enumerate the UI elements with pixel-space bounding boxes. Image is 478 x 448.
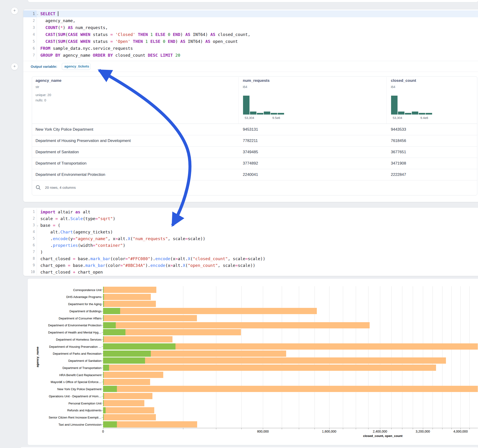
cell-divider <box>23 61 478 61</box>
cell-agency-name: Department of Sanitation <box>36 146 79 158</box>
code-line: 5 CAST(SUM(CASE WHEN status = 'Open' THE… <box>23 38 478 45</box>
histogram-bar <box>243 96 250 115</box>
code-line: 5 .encode(y="agency_name", x=alt.X("num_… <box>23 235 478 242</box>
line-number: 5 <box>23 235 37 242</box>
cell-agency-name: New York City Police Department <box>36 124 93 135</box>
code-line: 9chart_open = base.mark_bar(color="#8BC3… <box>23 262 478 269</box>
output-variable-pill[interactable]: agency_tickets <box>62 63 90 70</box>
table-header: agency_namestrunique: 20nulls: 0num_requ… <box>32 76 477 124</box>
text-cursor <box>58 11 58 16</box>
column-stat: nulls: 0 <box>36 98 46 102</box>
column-name: num_requests <box>243 78 270 83</box>
code-line: 1import altair as alt <box>23 209 478 215</box>
column-type: i64 <box>243 85 247 89</box>
table-row: Department of Transportation377489234719… <box>32 158 477 169</box>
code-line: 7GROUP BY agency_name ORDER BY closed_co… <box>23 52 478 59</box>
line-number: 7 <box>23 249 37 255</box>
line-number: 4 <box>23 229 37 235</box>
code-line: 2scale = alt.Scale(type="sqrt") <box>23 215 478 222</box>
fold-chevron-icon: ⌄ <box>37 10 40 17</box>
sql-cell: 1⌄SELECT 2 agency_name,3 COUNT(*) AS num… <box>23 9 478 202</box>
column-name: agency_name <box>36 78 61 83</box>
line-number: 10 <box>23 269 37 275</box>
code-line: 6 .properties(width="container") <box>23 242 478 249</box>
code-line: 7) <box>23 249 478 255</box>
cell-number: 3471908 <box>391 158 406 169</box>
column-type: str <box>36 85 39 89</box>
histogram-max-label: 9.5e6 <box>272 116 280 120</box>
table-row-count: 20 rows, 4 columns <box>45 186 76 190</box>
cell-number: 7782211 <box>243 135 258 146</box>
histogram-min-label: 53,304 <box>393 116 402 120</box>
histogram-bar <box>426 113 432 115</box>
line-number: 9 <box>23 262 37 269</box>
line-number: 6 <box>23 242 37 249</box>
histogram-bar <box>264 112 270 115</box>
line-number: 1 <box>23 209 37 215</box>
add-cell-button-output[interactable]: + <box>11 63 18 70</box>
cell-divider <box>23 72 478 72</box>
histogram-bar <box>257 113 263 115</box>
fold-chevron-icon: ⌄ <box>37 222 40 229</box>
column-separator <box>239 77 239 124</box>
code-line: 1⌄SELECT <box>23 10 478 17</box>
python-cell: 1import altair as alt2scale = alt.Scale(… <box>23 207 478 276</box>
table-row: Department of Housing Preservation and D… <box>32 135 477 147</box>
search-icon[interactable] <box>36 185 41 191</box>
cell-number: 2222847 <box>391 169 406 180</box>
line-number: 3 <box>23 24 37 31</box>
code-line: 4 CAST(SUM(CASE WHEN status = 'Closed' T… <box>23 31 478 38</box>
chart-card <box>27 278 478 445</box>
histogram-min-label: 53,304 <box>245 116 254 120</box>
histogram-bar <box>412 112 418 115</box>
column-name: closed_count <box>391 78 416 83</box>
line-number: 3 <box>23 222 37 229</box>
table-row: Department of Environmental Protection22… <box>32 169 477 180</box>
previous-cell-edge <box>28 0 478 2</box>
histogram-bar <box>271 113 277 115</box>
column-stat: unique: 20 <box>36 93 51 97</box>
code-line: 3⌄base = ( <box>23 222 478 229</box>
line-number: 1 <box>23 10 37 17</box>
line-number: 8 <box>23 255 37 262</box>
code-line: 6FROM sample_data.nyc.service_requests <box>23 45 478 52</box>
histogram-max-label: 9.4e6 <box>420 116 428 120</box>
line-number: 2 <box>23 215 37 222</box>
cell-number: 7618456 <box>391 135 406 146</box>
line-number: 6 <box>23 45 37 52</box>
line-number: 5 <box>23 38 37 45</box>
cell-number: 9443533 <box>391 124 406 135</box>
notebook-page: + + 1⌄SELECT 2 agency_name,3 COUNT(*) AS… <box>0 0 478 448</box>
sql-editor[interactable]: 1⌄SELECT 2 agency_name,3 COUNT(*) AS num… <box>23 10 478 59</box>
histogram-bar <box>278 113 284 115</box>
table-row: New York City Police Department945313194… <box>32 124 477 135</box>
cell-number: 9453131 <box>243 124 258 135</box>
next-cell-edge <box>20 447 478 448</box>
column-separator <box>386 77 387 124</box>
column-type: i64 <box>391 85 395 89</box>
code-line: 2 agency_name, <box>23 17 478 24</box>
code-line: 3 COUNT(*) AS num_requests, <box>23 24 478 31</box>
histogram-bar <box>398 112 404 115</box>
cell-agency-name: Department of Transportation <box>36 158 87 169</box>
result-table: agency_namestrunique: 20nulls: 0num_requ… <box>32 76 477 195</box>
output-variable-label: Output variable: <box>31 64 57 68</box>
code-line: 8chart_closed = base.mark_bar(color="#FF… <box>23 255 478 262</box>
table-row: Department of Sanitation37494853677651 <box>32 146 477 158</box>
code-line: 4 alt.Chart(agency_tickets) <box>23 229 478 235</box>
cell-agency-name: Department of Environmental Protection <box>36 169 105 180</box>
cell-number: 2240041 <box>243 169 258 180</box>
histogram-bar <box>405 113 411 115</box>
line-number: 7 <box>23 52 37 59</box>
line-number: 4 <box>23 31 37 38</box>
line-number: 2 <box>23 17 37 24</box>
code-line: 10chart_closed + chart_open <box>23 269 478 275</box>
python-editor[interactable]: 1import altair as alt2scale = alt.Scale(… <box>23 209 478 275</box>
histogram-bar <box>250 112 256 115</box>
add-cell-button-top[interactable]: + <box>11 7 18 14</box>
cell-number: 3749485 <box>243 146 258 158</box>
cell-number: 3774892 <box>243 158 258 169</box>
cell-number: 3677651 <box>391 146 406 158</box>
histogram-bar <box>419 113 425 115</box>
histogram-bar <box>391 96 397 115</box>
